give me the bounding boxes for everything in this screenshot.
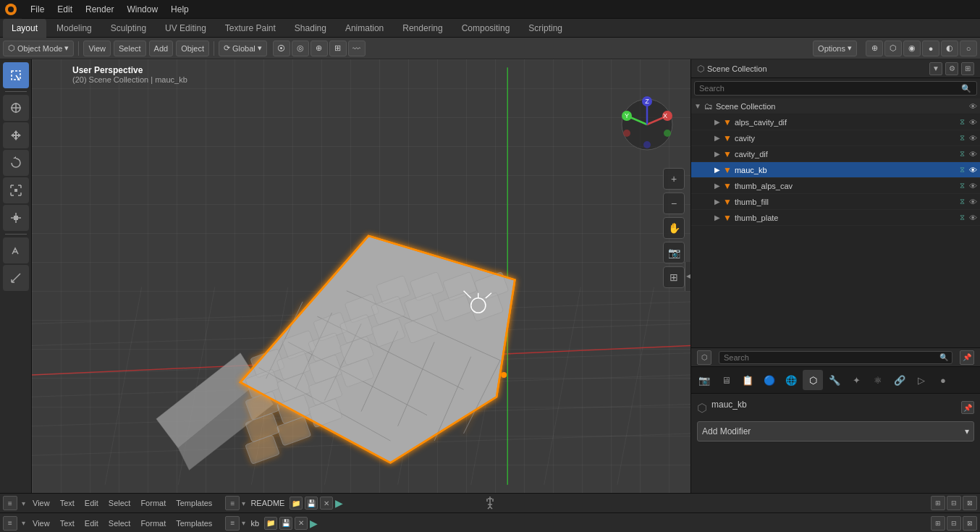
- tab-layout[interactable]: Layout: [3, 19, 46, 38]
- tab-texture-paint[interactable]: Texture Paint: [216, 19, 284, 38]
- grease-pencil[interactable]: 〰: [348, 41, 366, 56]
- te2-expand-icon[interactable]: ▾: [22, 519, 25, 527]
- item-visibility-icon[interactable]: 👁: [969, 198, 977, 206]
- menu-file[interactable]: File: [25, 3, 50, 16]
- outliner-item-thumb-alps-cav[interactable]: ▶ ▼ thumb_alps_cav ⧖ 👁: [691, 178, 980, 194]
- prop-physics-icon[interactable]: ⚛: [868, 370, 888, 390]
- proportional-edit[interactable]: ◎: [292, 41, 309, 56]
- prop-scene-icon[interactable]: 🔵: [759, 370, 780, 390]
- tool-transform[interactable]: [3, 205, 29, 231]
- te1-editor-type-icon[interactable]: ≡: [3, 496, 17, 510]
- item-visibility-icon[interactable]: 👁: [969, 166, 977, 174]
- outliner-filter-btn[interactable]: ▼: [929, 62, 942, 75]
- te1-select-menu[interactable]: Select: [106, 498, 134, 508]
- te1-run-btn[interactable]: ▶: [335, 497, 343, 509]
- tool-move[interactable]: [3, 122, 29, 148]
- viewport-material[interactable]: ◐: [941, 41, 958, 56]
- item-visibility-icon[interactable]: 👁: [969, 118, 977, 127]
- add-modifier-btn[interactable]: Add Modifier ▾: [697, 421, 974, 442]
- viewport-shading[interactable]: ◉: [903, 41, 921, 56]
- transform-selector[interactable]: ⟳ Global ▾: [219, 41, 267, 56]
- tab-compositing[interactable]: Compositing: [453, 19, 519, 38]
- options-btn[interactable]: Options ▾: [813, 41, 857, 56]
- outliner-item-thumb-fill[interactable]: ▶ ▼ thumb_fill ⧖ 👁: [691, 194, 980, 210]
- te1-layout-btn-2[interactable]: ⊟: [947, 496, 961, 510]
- te1-templates-menu[interactable]: Templates: [173, 498, 215, 508]
- tab-modeling[interactable]: Modeling: [48, 19, 101, 38]
- menu-help[interactable]: Help: [165, 3, 195, 16]
- properties-icon-btn[interactable]: ⬡: [697, 350, 711, 365]
- tab-scripting[interactable]: Scripting: [520, 19, 571, 38]
- prop-data-icon[interactable]: ▷: [911, 370, 932, 390]
- outliner-item-thumb-plate[interactable]: ▶ ▼ thumb_plate ⧖ 👁: [691, 210, 980, 226]
- view-menu[interactable]: View: [83, 41, 111, 56]
- te2-file-type-icon[interactable]: ≡: [225, 516, 240, 531]
- outliner-item-cavity[interactable]: ▶ ▼ cavity ⧖ 👁: [691, 130, 980, 146]
- tool-scale[interactable]: [3, 177, 29, 203]
- prop-particle-icon[interactable]: ✦: [846, 370, 866, 390]
- menu-edit[interactable]: Edit: [51, 3, 78, 16]
- te1-layout-btn-3[interactable]: ⊠: [963, 496, 977, 510]
- item-visibility-icon[interactable]: 👁: [969, 214, 977, 222]
- scene-eye-icon[interactable]: 👁: [969, 102, 977, 111]
- menu-render[interactable]: Render: [80, 3, 119, 16]
- grid-icon[interactable]: ⊞: [663, 266, 685, 288]
- viewport-3d[interactable]: User Perspective (20) Scene Collection |…: [32, 59, 690, 493]
- tab-uv-editing[interactable]: UV Editing: [156, 19, 215, 38]
- te2-templates-menu[interactable]: Templates: [173, 518, 215, 528]
- tool-annotate[interactable]: [3, 237, 29, 263]
- panel-collapse-handle[interactable]: ◀: [685, 262, 690, 291]
- viewport-overlay-toggle[interactable]: ⬡: [884, 41, 902, 56]
- outliner-item-cavity-dif[interactable]: ▶ ▼ cavity_dif ⧖ 👁: [691, 146, 980, 162]
- te2-edit-menu[interactable]: Edit: [82, 518, 101, 528]
- te2-layout-btn-1[interactable]: ⊞: [931, 516, 945, 531]
- te1-close-btn[interactable]: ✕: [320, 497, 333, 510]
- proportional-icon-2[interactable]: ⊕: [311, 41, 328, 56]
- outliner-search-input[interactable]: [694, 81, 977, 96]
- scene-collection-row[interactable]: ▼ 🗂 Scene Collection 👁: [691, 98, 980, 114]
- outliner-settings-btn[interactable]: ⚙: [945, 62, 958, 75]
- prop-object-icon[interactable]: ⬡: [803, 370, 823, 390]
- te1-layout-btn-1[interactable]: ⊞: [931, 496, 945, 510]
- viewport-rendered[interactable]: ○: [960, 41, 977, 56]
- te1-file-type-icon[interactable]: ≡: [225, 496, 240, 510]
- te2-format-menu[interactable]: Format: [138, 518, 169, 528]
- te2-text-menu[interactable]: Text: [57, 518, 77, 528]
- tab-shading[interactable]: Shading: [286, 19, 335, 38]
- prop-constraint-icon[interactable]: 🔗: [890, 370, 910, 390]
- properties-search-input[interactable]: [719, 351, 952, 364]
- tool-cursor[interactable]: [3, 95, 29, 121]
- prop-world-icon[interactable]: 🌐: [781, 370, 801, 390]
- prop-modifier-icon[interactable]: 🔧: [824, 370, 845, 390]
- zoom-in-icon[interactable]: +: [663, 168, 685, 190]
- menu-window[interactable]: Window: [121, 3, 164, 16]
- te2-save-btn[interactable]: 💾: [279, 517, 292, 530]
- mode-selector[interactable]: ⬡ Object Mode ▾: [3, 41, 74, 56]
- tool-rotate[interactable]: [3, 150, 29, 176]
- prop-material-icon[interactable]: ●: [933, 370, 953, 390]
- item-visibility-icon[interactable]: 👁: [969, 150, 977, 159]
- tab-sculpting[interactable]: Sculpting: [102, 19, 155, 38]
- te2-close-btn[interactable]: ✕: [295, 517, 308, 530]
- te1-edit-menu[interactable]: Edit: [82, 498, 101, 508]
- outliner-filter2-btn[interactable]: ⊞: [961, 62, 974, 75]
- prop-view-layer-icon[interactable]: 📋: [738, 370, 758, 390]
- te1-format-menu[interactable]: Format: [138, 498, 169, 508]
- properties-pin-btn[interactable]: 📌: [960, 350, 974, 365]
- outliner-item-mauc-kb[interactable]: ▶ ▼ mauc_kb ⧖ 👁: [691, 162, 980, 178]
- te2-select-menu[interactable]: Select: [106, 518, 134, 528]
- prop-output-icon[interactable]: 🖥: [716, 370, 736, 390]
- tool-select-box[interactable]: [3, 62, 29, 88]
- te1-text-menu[interactable]: Text: [57, 498, 77, 508]
- camera-icon[interactable]: 📷: [663, 242, 685, 263]
- navigation-gizmo[interactable]: X Y Z: [618, 96, 676, 153]
- tool-measure[interactable]: [3, 265, 29, 291]
- te2-run-btn[interactable]: ▶: [310, 518, 318, 529]
- te1-folder-btn[interactable]: 📁: [290, 497, 303, 510]
- te1-view-menu[interactable]: View: [30, 498, 53, 508]
- select-menu[interactable]: Select: [114, 41, 146, 56]
- te2-folder-btn[interactable]: 📁: [264, 517, 277, 530]
- object-pin-btn[interactable]: 📌: [961, 401, 974, 414]
- tab-rendering[interactable]: Rendering: [394, 19, 451, 38]
- tab-animation[interactable]: Animation: [337, 19, 392, 38]
